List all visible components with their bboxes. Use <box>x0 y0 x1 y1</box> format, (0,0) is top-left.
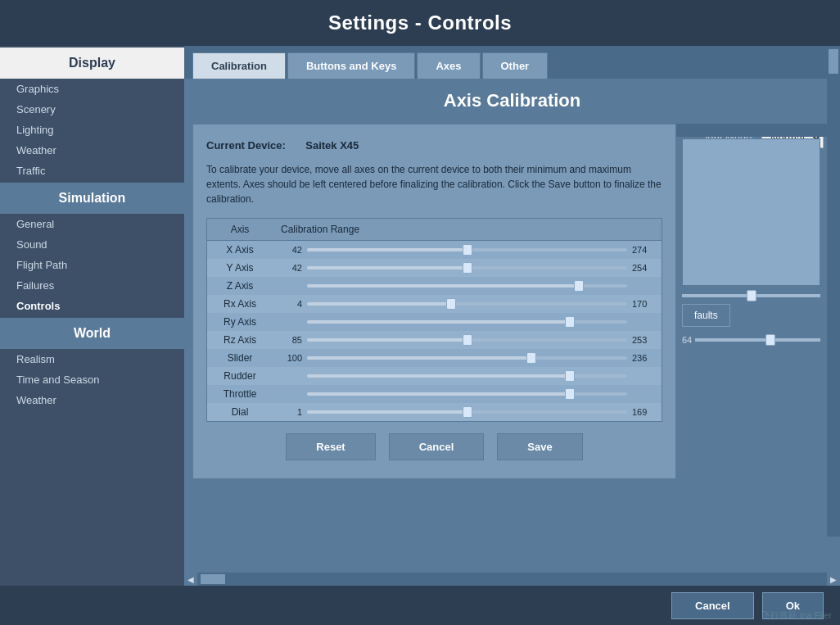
right-slider-thumb-1[interactable] <box>747 290 756 301</box>
tab-buttons-keys[interactable]: Buttons and Keys <box>287 52 416 79</box>
axis-slider-thumb[interactable] <box>463 406 472 418</box>
axis-slider-thumb[interactable] <box>463 334 472 346</box>
axis-slider-fill <box>307 410 467 414</box>
cancel-button[interactable]: Cancel <box>389 433 485 460</box>
axis-slider-thumb[interactable] <box>463 244 472 256</box>
axis-min-value: 1 <box>279 407 302 417</box>
hscroll-thumb[interactable] <box>201 574 225 584</box>
hscroll-right-arrow[interactable]: ▶ <box>827 573 840 586</box>
sidebar-item-general[interactable]: General <box>0 214 184 234</box>
sidebar-item-weather[interactable]: Weather <box>0 140 184 161</box>
axis-slider-fill <box>307 302 451 306</box>
axis-name-cell: Rudder <box>207 367 273 385</box>
sidebar-item-lighting[interactable]: Lighting <box>0 120 184 140</box>
axis-name-cell: Rx Axis <box>207 295 273 313</box>
axis-name-cell: X Axis <box>207 241 273 260</box>
watermark: 飞行音跃 ina Flier <box>761 609 832 622</box>
content-area: Calibration Buttons and Keys Axes Other … <box>184 46 840 589</box>
axis-name-cell: Throttle <box>207 385 273 403</box>
bottom-cancel-button[interactable]: Cancel <box>671 592 754 619</box>
axis-slider-track[interactable] <box>307 374 627 378</box>
sidebar-item-realism[interactable]: Realism <box>0 349 184 369</box>
axis-table-row: Rz Axis85253 <box>207 331 662 349</box>
axis-slider-thumb[interactable] <box>446 298 456 310</box>
axis-slider-track[interactable] <box>307 248 627 251</box>
tab-other[interactable]: Other <box>482 52 549 79</box>
sidebar-item-graphics[interactable]: Graphics <box>0 79 184 99</box>
axis-slider-fill <box>307 356 531 360</box>
dialog-instructions: To calibrate your device, move all axes … <box>206 162 662 206</box>
sidebar-group-simulation[interactable]: Simulation <box>0 183 184 214</box>
axis-table-row: Y Axis42254 <box>207 259 662 277</box>
right-slider-track-1[interactable] <box>682 294 820 297</box>
axis-slider-thumb[interactable] <box>565 388 575 400</box>
hscrollbar[interactable]: ◀ ▶ <box>184 573 840 586</box>
content-title: Axis Calibration <box>201 79 824 120</box>
content-panel: Axis Calibration ight Mode: Normal Easy … <box>184 79 840 120</box>
axis-range-cell <box>273 313 662 331</box>
axis-slider-track[interactable] <box>307 410 627 414</box>
right-slider-thumb-2[interactable] <box>765 334 775 346</box>
bottom-bar: Cancel Ok 飞行音跃 ina Flier <box>0 586 840 625</box>
sidebar-item-time-and-season[interactable]: Time and Season <box>0 369 184 390</box>
axis-slider-fill <box>307 392 570 396</box>
axis-max-value: 236 <box>632 353 655 363</box>
right-slider-row-1 <box>682 294 820 297</box>
axis-slider-track[interactable] <box>307 266 627 269</box>
axis-name-cell: Slider <box>207 349 273 367</box>
axis-slider-track[interactable] <box>307 284 627 288</box>
axis-table-row: Dial1169 <box>207 403 662 421</box>
hscroll-left-arrow[interactable]: ◀ <box>184 573 197 586</box>
tab-axes[interactable]: Axes <box>417 52 480 79</box>
sidebar-item-failures[interactable]: Failures <box>0 275 184 296</box>
sidebar-item-world-weather[interactable]: Weather <box>0 390 184 410</box>
defaults-button[interactable]: faults <box>682 304 730 327</box>
sidebar-item-flight-path[interactable]: Flight Path <box>0 255 184 275</box>
axis-slider-thumb[interactable] <box>565 316 575 328</box>
right-slider-track-2[interactable] <box>695 338 820 342</box>
tabs-bar: Calibration Buttons and Keys Axes Other <box>184 46 840 79</box>
axis-range-cell <box>273 277 662 295</box>
device-value: Saitek X45 <box>305 139 359 152</box>
axis-min-value: 42 <box>279 245 302 255</box>
axis-min-value: 85 <box>279 335 302 345</box>
axis-range-cell <box>273 385 662 403</box>
axis-slider-track[interactable] <box>307 356 627 360</box>
sidebar-group-world[interactable]: World <box>0 318 184 349</box>
col-axis: Axis <box>207 219 273 241</box>
content-vscrollbar[interactable] <box>827 46 840 537</box>
save-button[interactable]: Save <box>497 433 582 460</box>
axis-table-row: Ry Axis <box>207 313 662 331</box>
sidebar-item-controls[interactable]: Controls <box>0 296 184 316</box>
sidebar-group-display[interactable]: Display <box>0 48 184 79</box>
axis-table-row: Slider100236 <box>207 349 662 367</box>
sidebar-item-sound[interactable]: Sound <box>0 234 184 255</box>
axis-slider-track[interactable] <box>307 320 627 324</box>
axis-calibration-dialog: Current Device: Saitek X45 To calibrate … <box>192 124 676 479</box>
sidebar: Display Graphics Scenery Lighting Weathe… <box>0 46 184 589</box>
axis-table-row: Throttle <box>207 385 662 403</box>
axis-slider-fill <box>307 284 579 288</box>
sidebar-item-scenery[interactable]: Scenery <box>0 99 184 120</box>
axis-max-value: 274 <box>632 245 655 255</box>
axis-slider-thumb[interactable] <box>463 262 472 274</box>
axis-max-value: 254 <box>632 263 655 273</box>
axis-table-row: Z Axis <box>207 277 662 295</box>
reset-button[interactable]: Reset <box>286 433 375 460</box>
sidebar-item-traffic[interactable]: Traffic <box>0 161 184 181</box>
axis-slider-thumb[interactable] <box>574 280 584 292</box>
col-range: Calibration Range <box>273 219 662 241</box>
dialog-buttons: Reset Cancel Save <box>206 422 662 465</box>
axis-slider-thumb[interactable] <box>565 370 575 382</box>
vscroll-thumb[interactable] <box>829 49 838 74</box>
axis-slider-track[interactable] <box>307 338 627 342</box>
axis-slider-track[interactable] <box>307 392 627 396</box>
axis-slider-fill <box>307 248 467 251</box>
axis-slider-thumb[interactable] <box>526 352 536 364</box>
device-row: Current Device: Saitek X45 <box>206 138 662 152</box>
axis-slider-track[interactable] <box>307 302 627 306</box>
axis-max-value: 170 <box>632 299 655 309</box>
axis-range-cell: 42254 <box>273 259 662 277</box>
axis-table-container[interactable]: Axis Calibration Range X Axis42274Y Axis… <box>206 218 662 422</box>
tab-calibration[interactable]: Calibration <box>192 52 286 79</box>
